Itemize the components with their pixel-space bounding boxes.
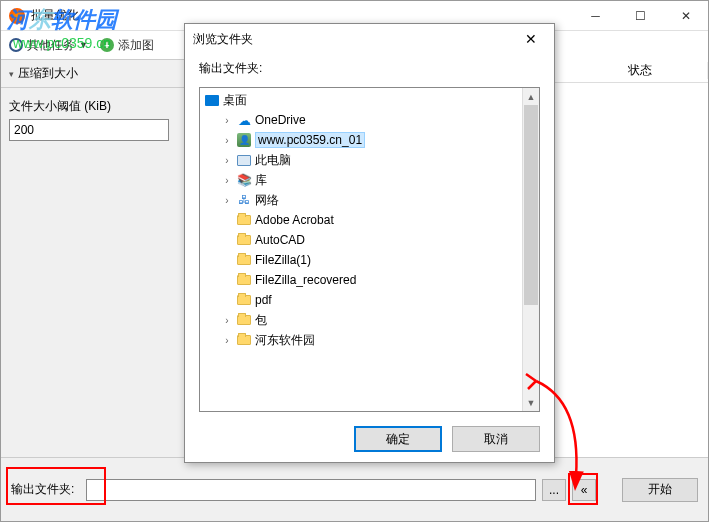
folder-tree[interactable]: 桌面›☁OneDrive›👤www.pc0359.cn_01›此电脑›📚库›🖧网… bbox=[199, 87, 540, 412]
expand-icon[interactable]: › bbox=[221, 175, 233, 186]
collapse-button[interactable]: « bbox=[572, 479, 596, 501]
folder-icon bbox=[236, 293, 252, 307]
folder-icon bbox=[236, 213, 252, 227]
network-icon: 🖧 bbox=[236, 193, 252, 207]
section-header[interactable]: ▾ 压缩到大小 bbox=[1, 59, 190, 88]
scrollbar[interactable]: ▲ ▼ bbox=[522, 88, 539, 411]
column-status[interactable]: 状态 bbox=[618, 62, 708, 79]
desktop-icon bbox=[204, 93, 220, 107]
folder-icon bbox=[236, 313, 252, 327]
tree-item-label: 库 bbox=[255, 172, 267, 189]
folder-icon bbox=[236, 253, 252, 267]
watermark: 河东软件园 www.pc0359.cn bbox=[7, 5, 117, 51]
dialog-body: 输出文件夹: 桌面›☁OneDrive›👤www.pc0359.cn_01›此电… bbox=[185, 54, 554, 462]
dialog-close-button[interactable]: ✕ bbox=[516, 25, 546, 53]
tree-item-label: Adobe Acrobat bbox=[255, 213, 334, 227]
minimize-button[interactable]: ─ bbox=[573, 1, 618, 30]
folder-icon bbox=[236, 333, 252, 347]
expand-icon[interactable]: › bbox=[221, 135, 233, 146]
dialog-footer: 确定 取消 bbox=[199, 426, 540, 452]
tree-item[interactable]: ›☁OneDrive bbox=[200, 110, 539, 130]
tree-item-label: OneDrive bbox=[255, 113, 306, 127]
ok-button[interactable]: 确定 bbox=[354, 426, 442, 452]
tree-item-label: FileZilla_recovered bbox=[255, 273, 356, 287]
tree-item[interactable]: ›此电脑 bbox=[200, 150, 539, 170]
bottom-bar: 输出文件夹: ... « 开始 bbox=[1, 457, 708, 521]
expand-icon[interactable]: › bbox=[221, 315, 233, 326]
tree-item-label: 桌面 bbox=[223, 92, 247, 109]
folder-icon bbox=[236, 233, 252, 247]
tree-item-label: 河东软件园 bbox=[255, 332, 315, 349]
chevron-down-icon: ▾ bbox=[9, 69, 14, 79]
output-folder-input[interactable] bbox=[86, 479, 536, 501]
folder-icon bbox=[236, 273, 252, 287]
watermark-url: www.pc0359.cn bbox=[13, 35, 117, 51]
tree-item-label: 此电脑 bbox=[255, 152, 291, 169]
pc-icon bbox=[236, 153, 252, 167]
expand-icon[interactable]: › bbox=[221, 335, 233, 346]
maximize-button[interactable]: ☐ bbox=[618, 1, 663, 30]
browse-folder-dialog: 浏览文件夹 ✕ 输出文件夹: 桌面›☁OneDrive›👤www.pc0359.… bbox=[184, 23, 555, 463]
tree-item-label: www.pc0359.cn_01 bbox=[255, 132, 365, 148]
section-title: 压缩到大小 bbox=[18, 65, 78, 82]
add-image-label: 添加图 bbox=[118, 37, 154, 54]
start-button[interactable]: 开始 bbox=[622, 478, 698, 502]
scroll-down-button[interactable]: ▼ bbox=[523, 394, 539, 411]
expand-icon[interactable]: › bbox=[221, 195, 233, 206]
threshold-label: 文件大小阈值 (KiB) bbox=[1, 88, 190, 119]
tree-item-label: 网络 bbox=[255, 192, 279, 209]
browse-button[interactable]: ... bbox=[542, 479, 566, 501]
tree-item[interactable]: pdf bbox=[200, 290, 539, 310]
tree-root[interactable]: 桌面 bbox=[200, 90, 539, 110]
tree-item[interactable]: ›包 bbox=[200, 310, 539, 330]
tree-item[interactable]: FileZilla_recovered bbox=[200, 270, 539, 290]
expand-icon[interactable]: › bbox=[221, 155, 233, 166]
tree-item[interactable]: ›河东软件园 bbox=[200, 330, 539, 350]
tree-item-label: pdf bbox=[255, 293, 272, 307]
tree-item[interactable]: ›🖧网络 bbox=[200, 190, 539, 210]
left-panel: ▾ 压缩到大小 文件大小阈值 (KiB) bbox=[1, 59, 191, 457]
tree-item[interactable]: AutoCAD bbox=[200, 230, 539, 250]
tree-item[interactable]: FileZilla(1) bbox=[200, 250, 539, 270]
library-icon: 📚 bbox=[236, 173, 252, 187]
expand-icon[interactable]: › bbox=[221, 115, 233, 126]
threshold-input[interactable] bbox=[9, 119, 169, 141]
user-icon: 👤 bbox=[236, 133, 252, 147]
tree-item[interactable]: Adobe Acrobat bbox=[200, 210, 539, 230]
tree-item-label: 包 bbox=[255, 312, 267, 329]
close-button[interactable]: ✕ bbox=[663, 1, 708, 30]
cancel-button[interactable]: 取消 bbox=[452, 426, 540, 452]
dialog-titlebar: 浏览文件夹 ✕ bbox=[185, 24, 554, 54]
tree-item[interactable]: ›👤www.pc0359.cn_01 bbox=[200, 130, 539, 150]
dialog-label: 输出文件夹: bbox=[199, 60, 540, 77]
tree-item-label: AutoCAD bbox=[255, 233, 305, 247]
dialog-title: 浏览文件夹 bbox=[193, 31, 516, 48]
onedrive-icon: ☁ bbox=[236, 113, 252, 127]
tree-item[interactable]: ›📚库 bbox=[200, 170, 539, 190]
scroll-thumb[interactable] bbox=[524, 105, 538, 305]
output-folder-label: 输出文件夹: bbox=[11, 481, 80, 498]
scroll-up-button[interactable]: ▲ bbox=[523, 88, 539, 105]
tree-item-label: FileZilla(1) bbox=[255, 253, 311, 267]
